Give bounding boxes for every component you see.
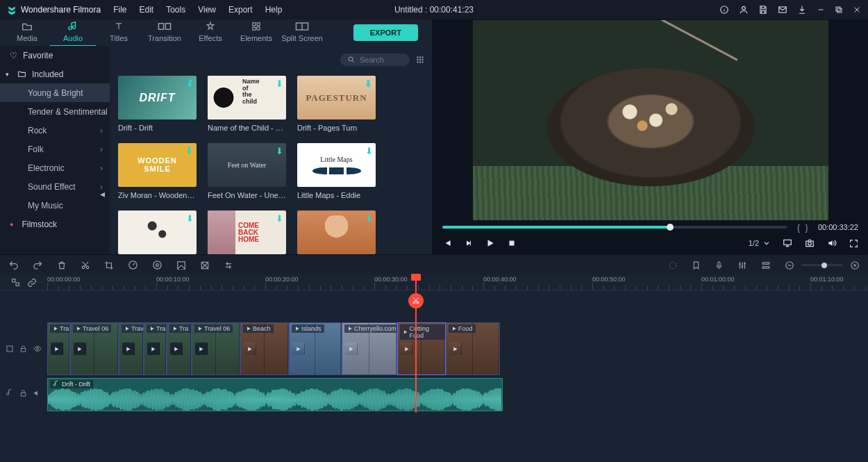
search-box[interactable] [340, 53, 410, 66]
play-icon[interactable] [485, 238, 495, 248]
preview-scrubber[interactable] [442, 226, 787, 229]
sidebar-filmstock[interactable]: Filmstock [0, 215, 110, 233]
audio-card[interactable]: Little Maps⬇Little Maps - Eddie [297, 143, 376, 199]
audio-card[interactable]: Nameofthechild⬇Name of the Child - Moti… [208, 76, 286, 132]
sidebar-item-folk[interactable]: Folk [0, 140, 110, 158]
grid-view-icon[interactable] [415, 55, 425, 65]
timeline-ruler[interactable]: 00:00:00:0000:00:10:0000:00:20:0000:00:3… [47, 275, 868, 290]
fullscreen-icon[interactable] [849, 239, 858, 248]
step-back-icon[interactable] [465, 239, 473, 247]
download-badge-icon[interactable]: ⬇ [276, 213, 283, 224]
keyframe-icon[interactable] [200, 261, 210, 270]
video-clip[interactable]: Beach [240, 322, 289, 375]
mark-in-icon[interactable]: { [797, 222, 800, 233]
sidebar-item-my-music[interactable]: My Music [0, 196, 110, 215]
mail-icon[interactable] [778, 5, 787, 15]
tab-elements[interactable]: Elements [233, 19, 279, 47]
audio-card[interactable]: ⬇ [118, 211, 197, 254]
download-badge-icon[interactable]: ⬇ [276, 79, 283, 89]
save-icon[interactable] [758, 5, 768, 15]
sidebar-item-rock[interactable]: Rock [0, 121, 110, 140]
marker-icon[interactable] [692, 261, 701, 270]
playhead[interactable] [415, 275, 417, 413]
download-badge-icon[interactable]: ⬇ [365, 213, 373, 224]
video-clip[interactable]: Tra [144, 322, 167, 375]
audio-lock-icon[interactable] [19, 389, 27, 397]
menu-view[interactable]: View [198, 5, 216, 15]
delete-icon[interactable] [57, 261, 67, 270]
track-lock-icon[interactable] [19, 345, 27, 353]
adjust-icon[interactable] [224, 261, 233, 270]
menu-tools[interactable]: Tools [166, 5, 185, 15]
menu-edit[interactable]: Edit [140, 5, 154, 15]
undo-icon[interactable] [8, 260, 19, 270]
tab-audio[interactable]: Audio [50, 19, 96, 47]
export-button[interactable]: EXPORT [353, 24, 418, 41]
mixer-icon[interactable] [737, 261, 747, 270]
timeline-nest-icon[interactable] [11, 278, 20, 287]
window-close-icon[interactable] [853, 6, 861, 14]
account-icon[interactable] [739, 5, 749, 15]
preview-page[interactable]: 1/2 [749, 239, 770, 247]
download-badge-icon[interactable]: ⬇ [365, 146, 373, 156]
stop-icon[interactable] [508, 239, 516, 247]
zoom-slider[interactable] [801, 264, 843, 266]
download-icon[interactable] [797, 5, 807, 15]
display-icon[interactable] [783, 238, 792, 248]
download-badge-icon[interactable]: ⬇ [185, 79, 194, 89]
video-clip[interactable]: Travel 06 [192, 322, 240, 375]
audio-lane[interactable]: Drift - Drift [47, 378, 868, 413]
info-icon[interactable] [719, 5, 729, 15]
render-icon[interactable] [668, 261, 678, 270]
crop-icon[interactable] [104, 261, 114, 270]
tab-media[interactable]: Media [4, 19, 50, 47]
redo-icon[interactable] [33, 260, 43, 270]
preview-frame[interactable] [473, 20, 828, 220]
video-clip[interactable]: Trav [119, 322, 144, 375]
download-badge-icon[interactable]: ⬇ [276, 146, 283, 157]
video-lane[interactable]: TraTravel 06TravTraTraTravel 06BeachIsla… [47, 321, 868, 377]
video-clip[interactable]: Tra [47, 322, 70, 375]
green-screen-icon[interactable] [176, 261, 186, 270]
tab-split-screen[interactable]: Split Screen [279, 19, 325, 47]
sidebar-collapse-icon[interactable]: ◂ [100, 188, 105, 199]
timeline-link-icon[interactable] [27, 278, 37, 288]
tab-titles[interactable]: Titles [96, 19, 142, 47]
audio-card[interactable]: DRIFT⬇Drift - Drift [118, 76, 197, 132]
speed-icon[interactable] [128, 260, 138, 270]
download-badge-icon[interactable]: ⬇ [185, 146, 194, 156]
mark-out-icon[interactable]: } [806, 222, 808, 233]
menu-help[interactable]: Help [265, 5, 283, 15]
window-maximize-icon[interactable] [835, 6, 843, 14]
prev-frame-icon[interactable] [442, 238, 452, 248]
track-visible-icon[interactable] [33, 345, 42, 353]
sidebar-item-tender[interactable]: Tender & Sentimental [0, 102, 110, 121]
audio-clip[interactable]: Drift - Drift [47, 378, 503, 411]
search-input[interactable] [360, 56, 401, 64]
video-clip[interactable]: Food [446, 322, 500, 375]
menu-file[interactable]: File [113, 5, 126, 15]
zoom-in-icon[interactable] [850, 261, 860, 270]
window-minimize-icon[interactable] [817, 6, 825, 14]
sidebar-favorite[interactable]: Favorite [0, 46, 110, 65]
cut-icon[interactable] [81, 261, 90, 270]
track-toggle-icon[interactable] [6, 345, 14, 353]
video-clip[interactable]: Islands [289, 322, 342, 375]
audio-card[interactable]: Feet on Water⬇Feet On Water - Unexpec… [208, 143, 286, 199]
audio-mute-icon[interactable] [33, 389, 42, 397]
menu-export[interactable]: Export [228, 5, 253, 15]
volume-icon[interactable] [827, 238, 837, 248]
tab-effects[interactable]: Effects [187, 19, 233, 47]
audio-card[interactable]: PAGESTURN⬇Drift - Pages Turn [297, 76, 376, 132]
manage-tracks-icon[interactable] [761, 261, 771, 270]
audio-card[interactable]: ⬇ [297, 211, 376, 254]
voiceover-icon[interactable] [715, 261, 724, 270]
color-icon[interactable] [152, 260, 162, 270]
video-clip[interactable]: Travel 06 [70, 322, 119, 375]
video-clip[interactable]: Cutting Food [397, 322, 446, 375]
audio-track-icon[interactable] [6, 389, 14, 397]
sidebar-item-sound-effect[interactable]: Sound Effect [0, 177, 110, 196]
download-badge-icon[interactable]: ⬇ [186, 213, 194, 224]
video-clip[interactable]: Cherryello.com [342, 322, 397, 375]
video-clip[interactable]: Tra [167, 322, 192, 375]
